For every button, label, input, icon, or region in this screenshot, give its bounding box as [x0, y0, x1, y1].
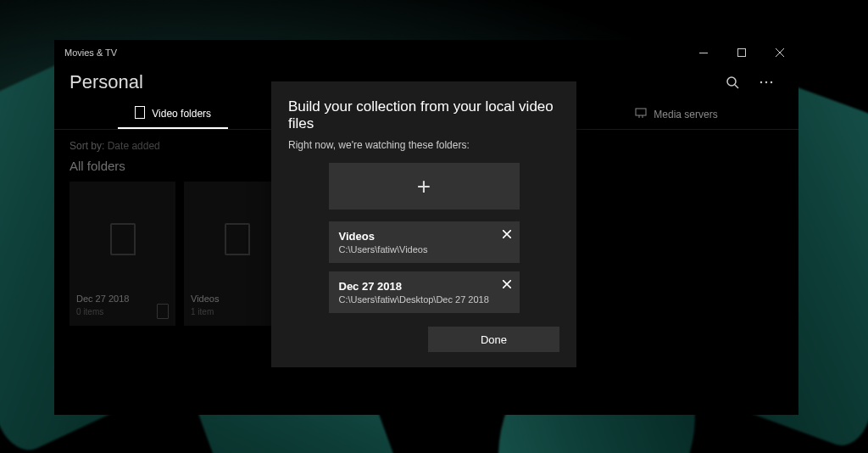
- dialog-title: Build your collection from your local vi…: [288, 98, 559, 132]
- remove-folder-button[interactable]: [503, 228, 511, 241]
- entry-name: Dec 27 2018: [339, 280, 509, 293]
- folder-item-count: 0 items: [76, 307, 103, 316]
- folder-card[interactable]: Dec 27 2018 0 items: [70, 182, 175, 326]
- entry-name: Videos: [339, 230, 509, 243]
- dialog-subtitle: Right now, we're watching these folders:: [288, 139, 559, 151]
- tab-label: Media servers: [654, 109, 717, 120]
- more-button[interactable]: [749, 65, 783, 99]
- folder-thumbnail: [76, 188, 169, 290]
- entry-path: C:\Users\fatiw\Desktop\Dec 27 2018: [339, 294, 509, 305]
- watched-folder-entry[interactable]: Videos C:\Users\fatiw\Videos: [329, 221, 520, 263]
- maximize-button[interactable]: [722, 40, 760, 65]
- svg-point-4: [760, 81, 762, 83]
- folder-icon: [135, 106, 145, 121]
- folder-name: Dec 27 2018: [76, 294, 169, 304]
- svg-line-3: [735, 85, 738, 88]
- sort-label: Sort by:: [70, 140, 104, 152]
- document-icon: [110, 223, 136, 255]
- svg-point-2: [727, 77, 736, 86]
- add-folder-button[interactable]: +: [329, 163, 520, 210]
- page-title: Personal: [70, 71, 143, 93]
- svg-rect-8: [636, 109, 646, 115]
- svg-rect-1: [737, 49, 745, 57]
- minimize-button[interactable]: [684, 40, 722, 65]
- done-button[interactable]: Done: [428, 327, 559, 352]
- tab-video-folders[interactable]: Video folders: [118, 99, 228, 129]
- entry-path: C:\Users\fatiw\Videos: [339, 244, 509, 254]
- tab-label: Video folders: [152, 108, 211, 120]
- window-title: Movies & TV: [64, 48, 117, 58]
- document-icon: [157, 304, 169, 319]
- svg-rect-7: [136, 106, 145, 118]
- close-button[interactable]: [760, 40, 798, 65]
- server-icon: [635, 107, 647, 121]
- folder-thumbnail: [191, 188, 283, 290]
- svg-point-5: [765, 81, 767, 83]
- folder-item-count: 1 item: [191, 307, 214, 316]
- done-label: Done: [481, 333, 507, 346]
- search-button[interactable]: [715, 65, 749, 99]
- titlebar: Movies & TV: [54, 40, 798, 65]
- svg-point-6: [771, 81, 772, 83]
- remove-folder-button[interactable]: [503, 278, 511, 291]
- tab-media-servers[interactable]: Media servers: [618, 99, 734, 129]
- plus-icon: +: [417, 173, 431, 200]
- sort-value: Date added: [108, 140, 160, 152]
- folder-name: Videos: [191, 294, 283, 304]
- add-folders-dialog: Build your collection from your local vi…: [271, 81, 576, 367]
- svg-rect-0: [699, 53, 708, 53]
- watched-folder-entry[interactable]: Dec 27 2018 C:\Users\fatiw\Desktop\Dec 2…: [329, 271, 520, 313]
- document-icon: [225, 223, 250, 255]
